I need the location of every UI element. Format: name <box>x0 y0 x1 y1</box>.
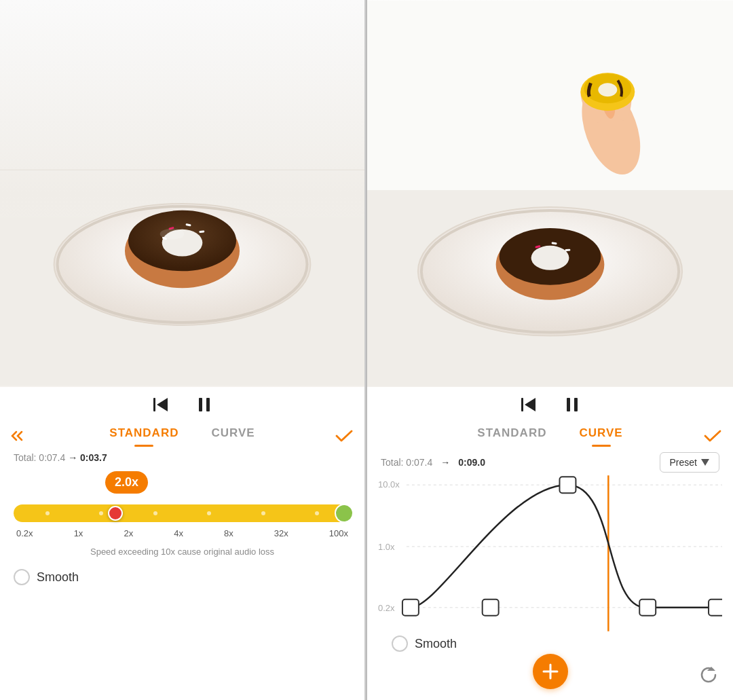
svg-marker-37 <box>701 459 709 466</box>
curve-node-1[interactable] <box>402 600 419 616</box>
svg-rect-35 <box>567 398 570 411</box>
left-playback-controls <box>0 387 364 421</box>
right-pause-button[interactable] <box>563 395 582 414</box>
left-confirm-button[interactable] <box>335 428 354 446</box>
svg-marker-34 <box>525 398 535 411</box>
y-label-1x: 1.0x <box>378 542 395 552</box>
left-donut-scene <box>0 0 364 387</box>
left-speed-warning: Speed exceeding 10x cause original audio… <box>0 544 364 564</box>
right-total-label: Total: 0:07.4 <box>381 457 432 468</box>
svg-rect-14 <box>199 398 202 411</box>
right-result-time: 0:09.0 <box>458 457 485 468</box>
svg-rect-15 <box>206 398 210 411</box>
right-smooth-toggle[interactable] <box>392 635 408 652</box>
curve-node-4[interactable] <box>639 600 656 616</box>
slider-dot-3 <box>153 511 157 515</box>
right-curve-graph: 10.0x 1.0x 0.2x <box>378 475 722 631</box>
left-smooth-label: Smooth <box>37 570 79 585</box>
slider-dot-2 <box>99 511 103 515</box>
right-tab-standard[interactable]: STANDARD <box>461 426 563 447</box>
curve-node-2[interactable] <box>483 600 499 616</box>
left-speed-info: Total: 0:07.4 → 0:03.7 <box>0 447 364 466</box>
curve-node-3[interactable] <box>559 477 576 493</box>
left-smooth-row: Smooth <box>0 564 364 593</box>
left-tab-standard[interactable]: STANDARD <box>93 426 195 447</box>
svg-rect-33 <box>521 398 523 411</box>
slider-dot-1 <box>45 511 50 515</box>
svg-point-22 <box>531 246 569 270</box>
right-playback-controls <box>367 387 733 421</box>
left-tab-curve[interactable]: CURVE <box>195 426 271 447</box>
slider-dot-5 <box>261 511 265 515</box>
right-confirm-button[interactable] <box>703 428 722 446</box>
right-video-preview <box>367 0 733 387</box>
left-tabs-row: STANDARD CURVE <box>0 421 364 447</box>
left-slider-track-wrap <box>14 501 351 526</box>
slider-label-6: 100x <box>329 528 348 538</box>
right-preset-label: Preset <box>670 457 697 468</box>
svg-rect-36 <box>574 398 578 411</box>
right-reset-button[interactable] <box>698 664 719 688</box>
left-arrow: → <box>68 452 77 463</box>
left-smooth-toggle[interactable] <box>14 569 30 585</box>
left-back-button[interactable] <box>11 428 30 446</box>
svg-rect-12 <box>153 398 155 411</box>
right-preset-button[interactable]: Preset <box>660 452 719 473</box>
slider-label-5: 32x <box>274 528 288 538</box>
left-result-time: 0:03.7 <box>80 452 107 463</box>
y-label-02x: 0.2x <box>378 603 395 613</box>
curve-node-5[interactable] <box>709 600 722 616</box>
right-arrow: → <box>440 457 450 468</box>
slider-label-3: 4x <box>174 528 183 538</box>
svg-point-32 <box>598 83 617 96</box>
right-curve-info: Total: 0:07.4 → 0:09.0 Preset <box>367 447 733 475</box>
slider-label-2: 2x <box>124 528 133 538</box>
slider-label-0: 0.2x <box>16 528 33 538</box>
right-tab-curve[interactable]: CURVE <box>563 426 639 447</box>
left-total-label: Total: 0:07.4 <box>14 452 65 463</box>
slider-dot-6 <box>315 511 319 515</box>
svg-point-10 <box>160 229 185 240</box>
left-slider-end <box>335 504 354 523</box>
left-slider-labels: 0.2x 1x 2x 4x 8x 32x 100x <box>14 526 351 538</box>
right-panel: STANDARD CURVE Total: 0:07.4 → 0:09.0 Pr… <box>367 0 733 700</box>
left-slider-section: 0.2x 1x 2x 4x 8x 32x 100x <box>0 498 364 544</box>
right-add-button[interactable] <box>533 654 568 689</box>
left-speed-bubble: 2.0x <box>105 471 148 494</box>
left-video-preview <box>0 0 364 387</box>
slider-label-1: 1x <box>74 528 83 538</box>
right-curve-graph-wrap: 10.0x 1.0x 0.2x <box>367 475 733 700</box>
left-slider-track[interactable] <box>14 504 351 522</box>
left-pause-button[interactable] <box>195 395 214 414</box>
right-donut-scene <box>367 0 733 387</box>
left-speed-bubble-row: 2.0x <box>0 466 364 498</box>
right-smooth-label: Smooth <box>415 637 457 651</box>
left-skip-back-button[interactable] <box>151 395 170 414</box>
y-label-10x: 10.0x <box>378 479 400 490</box>
left-slider-thumb[interactable] <box>108 506 123 521</box>
slider-label-4: 8x <box>224 528 233 538</box>
right-tabs-row: STANDARD CURVE <box>367 421 733 447</box>
right-skip-back-button[interactable] <box>519 395 538 414</box>
left-slider-dots <box>14 511 351 515</box>
left-panel: STANDARD CURVE Total: 0:07.4 → 0:03.7 2.… <box>0 0 366 700</box>
svg-marker-13 <box>157 398 168 411</box>
slider-dot-4 <box>207 511 211 515</box>
